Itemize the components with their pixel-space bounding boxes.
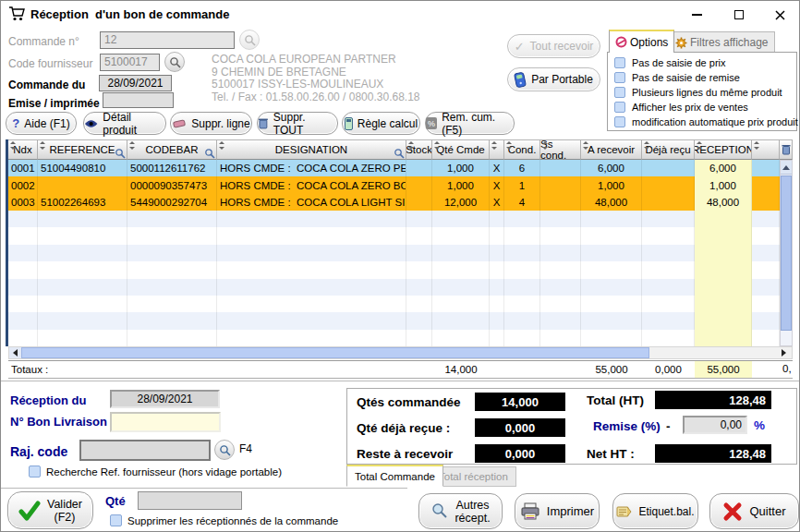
- grid-cell-stock[interactable]: [406, 296, 432, 312]
- grid-cell-a_recevoir[interactable]: [581, 330, 642, 346]
- grid-cell-deja_recu[interactable]: [642, 296, 695, 312]
- grid-cell-qte_cmde[interactable]: [432, 211, 490, 227]
- grid-cell-ss_cond[interactable]: [540, 330, 581, 346]
- autres-recept-button[interactable]: Autresrécept.: [418, 493, 503, 529]
- col-header-codebar[interactable]: CODEBAR: [127, 139, 217, 160]
- grid-cell-extra[interactable]: [752, 176, 780, 193]
- horizontal-scrollbar[interactable]: [8, 346, 793, 359]
- par-portable-button[interactable]: Par Portable: [507, 67, 600, 91]
- grid-cell-qte_cmde[interactable]: 1,000: [432, 176, 490, 193]
- search-raj-code-icon[interactable]: [214, 440, 235, 460]
- grid-cell-x[interactable]: [490, 211, 504, 227]
- grid-cell-reception[interactable]: [695, 330, 752, 346]
- grid-cell-cond[interactable]: 1: [504, 176, 540, 193]
- reception-du-input[interactable]: 28/09/2021: [110, 390, 220, 408]
- grid-cell-ndx[interactable]: [8, 261, 38, 278]
- grid-cell-a_recevoir[interactable]: [581, 211, 642, 227]
- table-row[interactable]: 0001510044908105000112611762HORS CMDE : …: [8, 160, 780, 176]
- grid-cell-reference[interactable]: [38, 227, 127, 244]
- grid-cell-stock[interactable]: [406, 160, 432, 176]
- grid-cell-extra[interactable]: [752, 312, 780, 329]
- grid-cell-x[interactable]: X: [490, 194, 504, 211]
- grid-cell-extra[interactable]: [752, 160, 780, 176]
- grid-cell-ndx[interactable]: 0001: [8, 160, 38, 176]
- grid-cell-ndx[interactable]: [8, 312, 38, 329]
- qte-input[interactable]: [138, 491, 242, 510]
- grid-cell-ndx[interactable]: [8, 296, 38, 312]
- col-header-a-recevoir[interactable]: A recevoir: [581, 139, 642, 160]
- grid-cell-reference[interactable]: [38, 245, 127, 261]
- col-header-stock[interactable]: Stock: [406, 139, 432, 160]
- grid-cell-ss_cond[interactable]: [540, 160, 581, 176]
- grid-cell-extra[interactable]: [752, 261, 780, 278]
- grid-cell-ndx[interactable]: [8, 245, 38, 261]
- checkbox[interactable]: [614, 102, 625, 113]
- tout-recevoir-button[interactable]: ✓ Tout recevoir: [507, 34, 600, 58]
- col-header-ndx[interactable]: Ndx: [8, 139, 38, 160]
- grid-cell-stock[interactable]: [406, 312, 432, 329]
- grid-cell-reference[interactable]: 51004490810: [38, 160, 127, 176]
- grid-cell-a_recevoir[interactable]: 1,000: [581, 176, 642, 193]
- grid-cell-ss_cond[interactable]: [540, 279, 581, 296]
- delete-column-header[interactable]: [780, 139, 793, 160]
- grid-cell-ss_cond[interactable]: [540, 312, 581, 329]
- rem-cum-button[interactable]: %Rem. cum. (F5): [425, 112, 515, 135]
- grid-cell-designation[interactable]: HORS CMDE : COCA COLA ZERO PE: [217, 160, 406, 176]
- grid-cell-qte_cmde[interactable]: [432, 245, 490, 261]
- maximize-button[interactable]: [725, 6, 753, 23]
- grid-cell-extra[interactable]: [752, 279, 780, 296]
- grid-cell-deja_recu[interactable]: [642, 279, 695, 296]
- grid-cell-qte_cmde[interactable]: [432, 330, 490, 346]
- grid-cell-qte_cmde[interactable]: [432, 261, 490, 278]
- grid-cell-designation[interactable]: [217, 296, 406, 312]
- commande-du-input[interactable]: 28/09/2021: [99, 75, 172, 91]
- grid-cell-reference[interactable]: [38, 279, 127, 296]
- col-header-deja-recu[interactable]: Déjà reçu: [642, 139, 695, 160]
- table-row[interactable]: [8, 279, 780, 296]
- grid-cell-codebar[interactable]: [127, 312, 217, 329]
- scroll-right-icon[interactable]: [778, 347, 790, 358]
- tab-options[interactable]: Options: [609, 30, 674, 53]
- grid-cell-deja_recu[interactable]: [642, 160, 695, 176]
- grid-cell-reference[interactable]: [38, 211, 127, 227]
- col-header-designation[interactable]: DESIGNATION: [217, 139, 406, 160]
- grid-cell-deja_recu[interactable]: [642, 245, 695, 261]
- option-pas-saisie-prix[interactable]: Pas de saisie de prix: [614, 57, 726, 68]
- grid-cell-deja_recu[interactable]: [642, 194, 695, 211]
- table-row[interactable]: [8, 330, 780, 346]
- grid-cell-reception[interactable]: [695, 279, 752, 296]
- grid-cell-reception[interactable]: [695, 211, 752, 227]
- close-button[interactable]: [766, 6, 794, 23]
- table-row[interactable]: [8, 261, 780, 278]
- suppr-ligne-button[interactable]: Suppr. ligne: [170, 112, 252, 135]
- grid-cell-codebar[interactable]: [127, 296, 217, 312]
- suppr-receptionnes-checkbox[interactable]: [110, 514, 122, 526]
- grid-cell-a_recevoir[interactable]: [581, 279, 642, 296]
- grid-cell-cond[interactable]: 4: [504, 194, 540, 211]
- grid-cell-codebar[interactable]: [127, 330, 217, 346]
- grid-cell-designation[interactable]: HORS CMDE : COCA COLA LIGHT SI: [217, 194, 406, 211]
- grid-cell-ss_cond[interactable]: [540, 227, 581, 244]
- grid-cell-a_recevoir[interactable]: [581, 227, 642, 244]
- grid-cell-a_recevoir[interactable]: [581, 261, 642, 278]
- grid-cell-codebar[interactable]: [127, 279, 217, 296]
- grid-cell-extra[interactable]: [752, 211, 780, 227]
- grid-cell-a_recevoir[interactable]: [581, 245, 642, 261]
- grid-cell-cond[interactable]: [504, 227, 540, 244]
- grid-cell-reception[interactable]: [695, 296, 752, 312]
- code-fournisseur-input[interactable]: 5100017: [100, 54, 160, 71]
- col-header-qte-cmde[interactable]: Qté Cmde: [432, 139, 490, 160]
- grid-cell-extra[interactable]: [752, 194, 780, 211]
- option-afficher-prix-ventes[interactable]: Afficher les prix de ventes: [614, 102, 748, 113]
- grid-cell-x[interactable]: [490, 245, 504, 261]
- grid-cell-reception[interactable]: 6,000: [695, 160, 752, 176]
- grid-cell-reference[interactable]: [38, 312, 127, 329]
- grid-cell-cond[interactable]: [504, 296, 540, 312]
- grid-cell-reception[interactable]: [695, 227, 752, 244]
- grid-cell-codebar[interactable]: [127, 227, 217, 244]
- grid-cell-reception[interactable]: 1,000: [695, 176, 752, 193]
- raj-code-input[interactable]: [79, 440, 211, 461]
- grid-cell-x[interactable]: X: [490, 160, 504, 176]
- grid-cell-ss_cond[interactable]: [540, 261, 581, 278]
- vertical-scrollbar[interactable]: [780, 160, 793, 346]
